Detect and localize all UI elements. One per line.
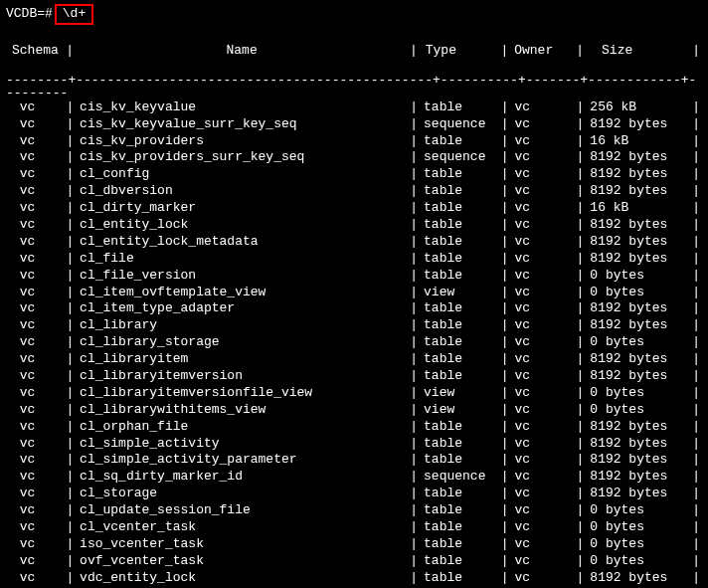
separator: |: [690, 251, 702, 268]
separator: |: [408, 268, 420, 285]
cell-schema: vc: [6, 251, 64, 268]
table-row: vc|cl_storage|table|vc|8192 bytes|: [6, 486, 702, 502]
separator: |: [499, 149, 511, 166]
table-row: vc|cl_librarywithitems_view|view|vc|0 by…: [6, 402, 702, 419]
cell-name: cl_libraryitemversion: [76, 368, 408, 385]
separator: |: [690, 317, 702, 334]
cell-size: 8192 bytes: [586, 317, 690, 334]
cell-owner: vc: [510, 502, 574, 519]
cell-size: 8192 bytes: [586, 234, 690, 251]
cell-size: 8192 bytes: [586, 116, 690, 133]
cell-name: cl_simple_activity_parameter: [76, 452, 408, 469]
cell-name: cis_kv_providers_surr_key_seq: [76, 149, 408, 166]
table-row: vc|cl_libraryitem|table|vc|8192 bytes|: [6, 351, 702, 368]
cell-name: cl_item_ovftemplate_view: [76, 285, 408, 301]
separator: |: [408, 43, 420, 60]
separator: |: [690, 402, 702, 419]
separator: |: [408, 234, 420, 251]
separator: |: [408, 419, 420, 436]
cell-type: sequence: [420, 149, 499, 166]
command-text: \d+: [63, 6, 86, 21]
cell-owner: vc: [510, 452, 574, 469]
cell-schema: vc: [6, 300, 64, 317]
cell-type: table: [420, 536, 499, 553]
separator: |: [64, 368, 76, 385]
separator: |: [499, 385, 511, 402]
separator: |: [64, 166, 76, 183]
command-highlight: \d+: [55, 4, 93, 25]
cell-name: ovf_vcenter_task: [76, 553, 408, 570]
separator: |: [575, 334, 587, 351]
cell-schema: vc: [6, 334, 64, 351]
cell-type: view: [420, 385, 499, 402]
cell-schema: vc: [6, 502, 64, 519]
cell-schema: vc: [6, 217, 64, 234]
cell-owner: vc: [510, 553, 574, 570]
separator: |: [408, 300, 420, 317]
cell-owner: vc: [510, 166, 574, 183]
separator: |: [408, 570, 420, 587]
cell-name: cl_librarywithitems_view: [76, 402, 408, 419]
separator: |: [499, 300, 511, 317]
cell-owner: vc: [510, 149, 574, 166]
cell-owner: vc: [510, 385, 574, 402]
table-row: vc|cl_libraryitemversionfile_view|view|v…: [6, 385, 702, 402]
cell-owner: vc: [510, 334, 574, 351]
table-row: vc|cl_library_storage|table|vc|0 bytes|: [6, 334, 702, 351]
cell-schema: vc: [6, 536, 64, 553]
cell-type: table: [420, 553, 499, 570]
cell-size: 8192 bytes: [586, 486, 690, 502]
table-row: vc|cl_simple_activity|table|vc|8192 byte…: [6, 436, 702, 453]
separator: |: [690, 519, 702, 536]
separator: |: [408, 334, 420, 351]
separator: |: [575, 251, 587, 268]
separator: |: [690, 419, 702, 436]
cell-name: cl_item_type_adapter: [76, 300, 408, 317]
cell-type: table: [420, 519, 499, 536]
cell-schema: vc: [6, 200, 64, 217]
separator: |: [690, 183, 702, 200]
separator: |: [64, 183, 76, 200]
separator: |: [499, 368, 511, 385]
cell-size: 8192 bytes: [586, 419, 690, 436]
cell-type: view: [420, 285, 499, 301]
table-row: vc|cl_entity_lock_metadata|table|vc|8192…: [6, 234, 702, 251]
separator: |: [408, 452, 420, 469]
cell-schema: vc: [6, 368, 64, 385]
separator: |: [499, 419, 511, 436]
cell-schema: vc: [6, 452, 64, 469]
cell-type: table: [420, 133, 499, 150]
cell-name: cl_sq_dirty_marker_id: [76, 469, 408, 486]
cell-size: 0 bytes: [586, 268, 690, 285]
cell-type: table: [420, 419, 499, 436]
cell-owner: vc: [510, 200, 574, 217]
cell-owner: vc: [510, 285, 574, 301]
cell-schema: vc: [6, 553, 64, 570]
separator: |: [690, 469, 702, 486]
separator: |: [499, 502, 511, 519]
separator: |: [690, 217, 702, 234]
cell-type: table: [420, 486, 499, 502]
cell-type: table: [420, 334, 499, 351]
cell-size: 0 bytes: [586, 502, 690, 519]
separator: |: [690, 436, 702, 453]
cell-name: cis_kv_keyvalue: [76, 99, 408, 116]
cell-size: 8192 bytes: [586, 469, 690, 486]
separator: |: [690, 486, 702, 502]
separator: |: [690, 452, 702, 469]
cell-size: 16 kB: [586, 133, 690, 150]
separator: |: [408, 217, 420, 234]
separator: |: [408, 402, 420, 419]
separator: |: [575, 234, 587, 251]
cell-owner: vc: [510, 469, 574, 486]
cell-owner: vc: [510, 116, 574, 133]
table-row: vc|cl_vcenter_task|table|vc|0 bytes|: [6, 519, 702, 536]
cell-type: table: [420, 570, 499, 587]
prompt-line[interactable]: VCDB=# \d+: [6, 4, 702, 25]
separator: |: [64, 300, 76, 317]
separator: |: [64, 217, 76, 234]
separator: |: [575, 285, 587, 301]
cell-size: 0 bytes: [586, 536, 690, 553]
cell-name: cl_file: [76, 251, 408, 268]
separator: |: [499, 317, 511, 334]
